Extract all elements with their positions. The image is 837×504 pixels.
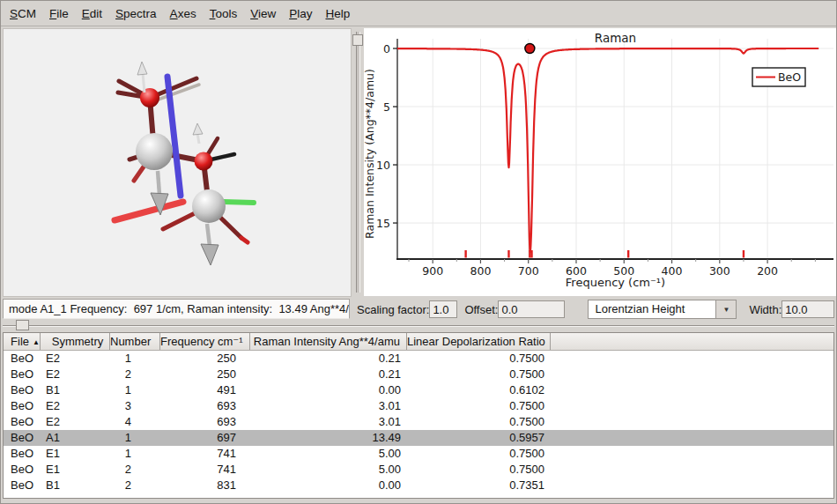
cell: 13.49: [250, 430, 407, 446]
y-tick-label: 10: [376, 159, 390, 172]
selected-mode-marker: [525, 44, 535, 54]
table-body: BeOE212500.210.7500BeOE222500.210.7500Be…: [4, 351, 833, 493]
cell: BeO: [4, 462, 41, 478]
menu-item-scm[interactable]: SCM: [10, 7, 36, 20]
x-tick-label: 900: [422, 264, 443, 278]
table-row[interactable]: BeOB114910.000.6102: [4, 382, 833, 398]
table-header-row: File▲SymmetryNumberFrequency cm⁻¹Raman I…: [4, 333, 833, 351]
cell: 2: [110, 462, 160, 478]
cell: B1: [41, 382, 110, 398]
table-row[interactable]: BeOE222500.210.7500: [4, 367, 833, 382]
x-tick-label: 800: [470, 264, 492, 278]
x-axis-label: Frequency (cm⁻¹): [566, 276, 665, 289]
cell: 0.7500: [407, 414, 551, 430]
mode-status-text: mode A1_1 Frequency: 697 1/cm, Raman int…: [3, 299, 350, 319]
y-tick-label: 5: [383, 100, 390, 114]
menu-item-file[interactable]: File: [49, 7, 69, 20]
cell: 5.00: [250, 462, 407, 478]
chart-title: Raman: [595, 31, 636, 45]
table-row[interactable]: BeOE117415.000.7500: [4, 446, 833, 462]
raman-spectrum-plot[interactable]: 051015900800700600500400300200RamanFrequ…: [364, 28, 836, 296]
axis-sticks: [115, 77, 254, 220]
cell: BeO: [4, 478, 41, 493]
x-tick-label: 200: [757, 264, 778, 278]
frame-slider-track[interactable]: [3, 325, 834, 327]
cell: 0.00: [250, 478, 407, 493]
column-header-file[interactable]: File▲: [4, 333, 41, 350]
menu-item-tools[interactable]: Tools: [210, 7, 238, 20]
cell-filler: [551, 367, 833, 382]
atom-o-1: [140, 88, 159, 107]
cell: 0.7500: [407, 398, 551, 414]
atom-be-1: [136, 133, 173, 170]
table-row[interactable]: BeOE212500.210.7500: [4, 351, 833, 367]
table-row[interactable]: BeOE127415.000.7500: [4, 462, 833, 478]
column-header-frequency-cm-[interactable]: Frequency cm⁻¹: [160, 333, 250, 350]
menu-item-play[interactable]: Play: [289, 7, 312, 20]
scaling-factor-input[interactable]: [429, 300, 457, 318]
cell: 831: [160, 478, 250, 493]
offset-label: Offset:: [464, 303, 498, 316]
cell: 2: [110, 478, 160, 493]
cell: 4: [110, 414, 160, 430]
y-axis-label: Raman Intensity (Ang**4/amu): [364, 69, 376, 239]
menu-item-edit[interactable]: Edit: [82, 7, 102, 20]
peak-width-input[interactable]: [781, 300, 834, 318]
cell: 0.7351: [407, 478, 551, 493]
cell: 693: [160, 398, 250, 414]
cell: 3: [110, 398, 160, 414]
table-row[interactable]: BeOB128310.000.7351: [4, 478, 833, 493]
cell-filler: [551, 414, 833, 430]
y-tick-label: 0: [383, 42, 390, 56]
cell: 0.21: [250, 351, 407, 367]
legend-label: BeO: [778, 70, 801, 84]
bond-sticks: [118, 78, 248, 242]
table-row[interactable]: BeOE236933.010.7500: [4, 398, 833, 414]
column-header-symmetry[interactable]: Symmetry: [41, 333, 110, 350]
cell: BeO: [4, 414, 41, 430]
x-tick-label: 700: [518, 264, 539, 278]
cell: 0.7500: [407, 367, 551, 382]
lineshape-dropdown[interactable]: Lorentzian Height ▼: [588, 300, 737, 319]
cell: E2: [41, 351, 110, 367]
cell-filler: [551, 462, 833, 478]
cell: 741: [160, 462, 250, 478]
cell: 2: [110, 367, 160, 382]
cell: BeO: [4, 398, 41, 414]
table-row[interactable]: BeOA1169713.490.5957: [4, 430, 833, 446]
column-header-number[interactable]: Number: [110, 333, 160, 350]
cell: 1: [110, 351, 160, 367]
menu-bar: SCMFileEditSpectraAxesToolsViewPlayHelp: [1, 1, 836, 26]
lineshape-selected-value[interactable]: Lorentzian Height: [589, 300, 715, 318]
cell: 697: [160, 430, 250, 446]
molecule-3d-view[interactable]: [3, 28, 352, 297]
frame-slider-handle[interactable]: [16, 320, 29, 330]
cell: 741: [160, 446, 250, 462]
column-header-filler: [551, 333, 833, 350]
column-header-linear-depolarization-ratio[interactable]: Linear Depolarization Ratio: [407, 333, 551, 350]
cell: BeO: [4, 367, 41, 382]
cell: BeO: [4, 351, 41, 367]
cell-filler: [551, 398, 833, 414]
x-axis-stick: [115, 202, 183, 220]
cell: 0.7500: [407, 446, 551, 462]
cell: 0.00: [250, 382, 407, 398]
column-header-raman-intensity-ang-4-amu[interactable]: Raman Intensity Ang**4/amu: [250, 333, 407, 350]
offset-input[interactable]: [498, 300, 565, 318]
table-row[interactable]: BeOE246933.010.7500: [4, 414, 833, 430]
cell: 3.01: [250, 398, 407, 414]
vertical-slider-handle[interactable]: [352, 34, 363, 46]
chevron-down-icon[interactable]: ▼: [715, 300, 736, 318]
cell: 1: [110, 430, 160, 446]
raman-chart-svg: 051015900800700600500400300200RamanFrequ…: [364, 28, 836, 296]
menu-item-help[interactable]: Help: [325, 7, 350, 20]
cell: 250: [160, 351, 250, 367]
scaling-factor-label: Scaling factor:: [357, 303, 429, 316]
cell: E1: [41, 462, 110, 478]
cell: E2: [41, 367, 110, 382]
cell-filler: [551, 351, 833, 367]
vertical-slider[interactable]: [356, 32, 360, 293]
menu-item-spectra[interactable]: Spectra: [115, 7, 157, 20]
menu-item-axes[interactable]: Axes: [170, 7, 196, 20]
menu-item-view[interactable]: View: [250, 7, 276, 20]
